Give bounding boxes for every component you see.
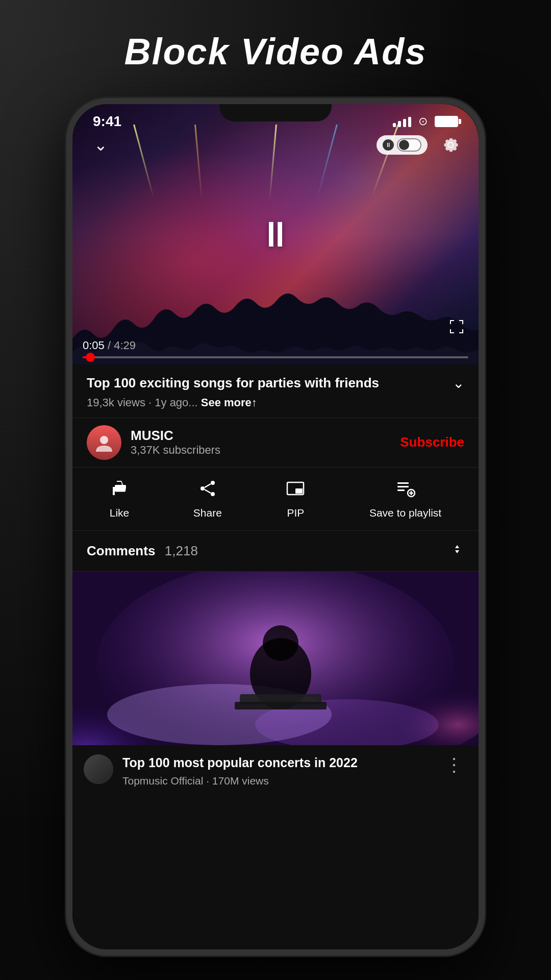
progress-bar[interactable]	[83, 356, 468, 358]
rec-meta: Topmusic Official · 170M views	[122, 775, 432, 787]
rec-thumbnail	[72, 572, 479, 745]
view-count: 19,3k views · 1y ago...	[87, 396, 198, 409]
svg-point-3	[211, 492, 215, 496]
rec-video-info: Top 100 most popular concerts in 2022 To…	[72, 745, 479, 797]
more-options-button[interactable]: ⋮	[441, 754, 467, 776]
svg-point-0	[100, 436, 108, 444]
sort-comments-button[interactable]	[450, 542, 464, 560]
status-time: 9:41	[93, 113, 121, 130]
page-headline-text: Block Video Ads	[124, 31, 427, 72]
svg-rect-23	[235, 702, 327, 709]
channel-name: MUSIC	[131, 428, 400, 444]
svg-point-2	[201, 486, 205, 491]
time-display: 0:05 / 4:29	[83, 339, 468, 352]
content-area: Top 100 exciting songs for parties with …	[72, 364, 479, 949]
svg-rect-8	[397, 482, 409, 484]
pip-button[interactable]: PIP	[286, 479, 305, 519]
svg-line-4	[205, 484, 211, 487]
see-more-link[interactable]: See more↑	[201, 396, 257, 409]
like-button[interactable]: Like	[110, 479, 130, 519]
toggle-track	[397, 138, 421, 152]
rec-thumb-art	[72, 572, 479, 745]
video-meta: 19,3k views · 1y ago... See more↑	[72, 396, 479, 418]
svg-rect-9	[397, 486, 409, 487]
pause-icon: ⏸	[258, 214, 293, 255]
expand-icon[interactable]: ⌄	[453, 375, 464, 391]
video-player[interactable]: ⌄ ⏸	[72, 104, 479, 364]
save-to-playlist-button[interactable]: Save to playlist	[369, 479, 441, 519]
fullscreen-button[interactable]	[448, 318, 465, 339]
wifi-icon: ⊙	[418, 115, 428, 128]
rec-avatar-inner	[84, 754, 113, 784]
total-time: 4:29	[114, 339, 136, 352]
rec-channel-name: Topmusic Official	[122, 775, 203, 787]
save-playlist-icon	[396, 479, 415, 503]
mute-button	[66, 186, 68, 211]
battery-icon	[435, 116, 458, 127]
channel-subscribers: 3,37K subscribers	[131, 444, 400, 457]
svg-line-5	[205, 489, 211, 493]
pip-icon	[286, 479, 305, 503]
rec-dot: ·	[206, 775, 212, 787]
status-icons: ⊙	[393, 115, 458, 128]
svg-rect-7	[295, 488, 303, 494]
comments-row: Comments 1,218	[72, 531, 479, 572]
pause-button[interactable]: ⏸	[258, 214, 293, 255]
channel-info: MUSIC 3,37K subscribers	[131, 428, 400, 457]
share-label: Share	[193, 507, 222, 519]
power-button	[483, 247, 485, 293]
phone-shell: 9:41 ⊙	[66, 98, 485, 955]
svg-point-1	[211, 481, 215, 485]
pause-toggle-icon: ⏸	[383, 139, 394, 151]
channel-row: MUSIC 3,37K subscribers Subscribe	[72, 418, 479, 468]
rec-channel-avatar	[84, 754, 113, 784]
rec-info: Top 100 most popular concerts in 2022 To…	[122, 754, 432, 788]
video-title-row: Top 100 exciting songs for parties with …	[72, 364, 479, 396]
chevron-down-icon: ⌄	[94, 135, 108, 155]
like-label: Like	[110, 507, 130, 519]
svg-point-21	[263, 625, 298, 661]
volume-down-button	[66, 273, 68, 308]
settings-button[interactable]	[438, 132, 463, 158]
progress-fill	[83, 356, 90, 358]
controls-right: ⏸	[377, 132, 463, 158]
channel-avatar[interactable]	[87, 425, 121, 460]
signal-icon	[393, 116, 411, 127]
comments-section: Comments 1,218	[87, 543, 198, 559]
ad-block-toggle[interactable]: ⏸	[377, 135, 428, 155]
recommended-video[interactable]: Top 100 most popular concerts in 2022 To…	[72, 572, 479, 797]
back-button[interactable]: ⌄	[88, 132, 113, 158]
action-bar: Like Share	[72, 468, 479, 531]
time-separator: /	[108, 339, 114, 352]
video-title: Top 100 exciting songs for parties with …	[87, 375, 445, 392]
comments-label: Comments	[87, 543, 155, 558]
svg-rect-10	[397, 489, 405, 491]
toggle-thumb	[399, 140, 409, 150]
volume-up-button	[66, 222, 68, 257]
notch	[219, 104, 332, 121]
subscribe-button[interactable]: Subscribe	[400, 434, 464, 450]
progress-area: 0:05 / 4:29	[72, 339, 479, 364]
save-playlist-label: Save to playlist	[369, 507, 441, 519]
progress-thumb[interactable]	[86, 353, 95, 362]
share-icon	[198, 479, 217, 503]
rec-title: Top 100 most popular concerts in 2022	[122, 754, 432, 771]
share-button[interactable]: Share	[193, 479, 222, 519]
video-top-controls: ⌄ ⏸	[72, 132, 479, 158]
like-icon	[110, 479, 129, 503]
pip-label: PIP	[287, 507, 304, 519]
avatar-inner	[87, 425, 121, 460]
rec-views: 170M views	[212, 775, 269, 787]
comments-count: 1,218	[165, 543, 198, 558]
phone-screen: 9:41 ⊙	[72, 104, 479, 949]
current-time: 0:05	[83, 339, 105, 352]
